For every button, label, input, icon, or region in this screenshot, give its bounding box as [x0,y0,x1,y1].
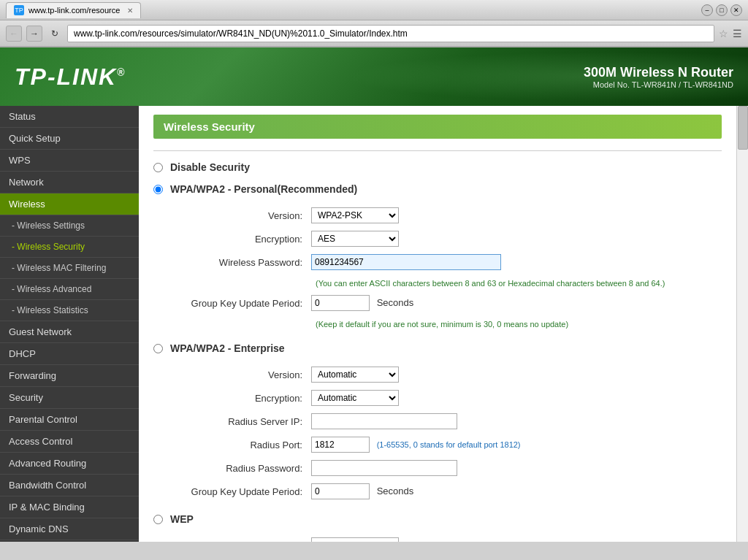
ent-version-label: Version: [175,363,307,386]
wpa-enterprise-title[interactable]: WPA/WPA2 - Enterprise [170,342,285,354]
ent-seconds-label: Seconds [377,486,414,496]
sidebar-item-wireless-settings[interactable]: - Wireless Settings [0,215,139,237]
version-label: Version: [175,204,307,227]
main-area: Status Quick Setup WPS Network Wireless … [0,106,748,542]
wep-radio[interactable] [153,515,163,524]
password-hint: (You can enter ASCII characters between … [316,279,739,288]
sidebar-item-wireless-security[interactable]: - Wireless Security [0,237,139,258]
disable-security-radio[interactable] [153,163,163,172]
ent-version-select[interactable]: Automatic WPA WPA2 [311,367,399,383]
ent-encryption-td: Automatic TKIP AES [307,386,744,410]
ent-group-key-row: Group Key Update Period: Seconds [175,480,744,503]
sidebar-item-wps[interactable]: WPS [0,150,139,172]
group-key-hint: (Keep it default if you are not sure, mi… [316,320,739,329]
wpa-enterprise-form: Version: Automatic WPA WPA2 Encryption: [175,363,744,503]
wep-radio-row: WEP [153,513,722,525]
minimize-button[interactable]: – [701,4,713,16]
ent-group-key-input[interactable] [311,483,370,499]
version-row: Version: Automatic WPA-PSK WPA2-PSK [175,204,744,227]
group-key-hint-td: (Keep it default if you are not sure, mi… [307,315,744,332]
sidebar-item-bandwidth-control[interactable]: Bandwidth Control [0,475,139,496]
sidebar-item-dynamic-dns[interactable]: Dynamic DNS [0,518,139,540]
maximize-button[interactable]: □ [716,4,728,16]
sidebar-item-network[interactable]: Network [0,172,139,193]
refresh-button[interactable]: ↻ [47,26,63,42]
browser-tab[interactable]: TP www.tp-link.com/resource ✕ [6,2,141,18]
menu-button[interactable]: ☰ [733,28,742,39]
radius-port-hint: (1-65535, 0 stands for default port 1812… [377,440,521,449]
radius-ip-row: Radius Server IP: [175,410,744,433]
sidebar-item-status[interactable]: Status [0,106,139,128]
password-hint-td: (You can enter ASCII characters between … [307,274,744,291]
back-button[interactable]: ← [6,26,22,42]
bookmark-button[interactable]: ☆ [719,28,728,39]
section-divider-top [153,150,722,151]
password-label: Wireless Password: [175,250,307,274]
wpa-personal-radio-row: WPA/WPA2 - Personal(Recommended) [153,183,722,195]
scrollbar-thumb[interactable] [738,106,748,150]
sidebar-item-parental-control[interactable]: Parental Control [0,409,139,431]
password-td [307,250,744,274]
radius-server-ip-input[interactable] [311,413,457,429]
wep-type-label: Type: [175,534,307,542]
browser-toolbar: ← → ↻ ☆ ☰ [0,20,748,47]
encryption-row: Encryption: Automatic TKIP AES [175,227,744,250]
ent-encryption-label: Encryption: [175,386,307,410]
wpa-enterprise-radio[interactable] [153,344,163,353]
sidebar-item-ip-mac-binding[interactable]: IP & MAC Binding [0,496,139,518]
address-bar[interactable] [67,25,714,42]
ent-encryption-select[interactable]: Automatic TKIP AES [311,390,399,406]
sidebar-item-security[interactable]: Security [0,387,139,409]
sidebar-item-quick-setup[interactable]: Quick Setup [0,128,139,150]
group-key-label: Group Key Update Period: [175,291,307,315]
tab-favicon: TP [14,5,24,15]
disable-security-row: Disable Security [153,161,722,173]
sidebar-item-advanced-routing[interactable]: Advanced Routing [0,453,139,475]
router-model-info: 300M Wireless N Router Model No. TL-WR84… [584,65,733,89]
sidebar-item-guest-network[interactable]: Guest Network [0,321,139,343]
sidebar-item-wireless-mac-filtering[interactable]: - Wireless MAC Filtering [0,258,139,279]
wep-section: WEP Type: Automatic Open System Shared K… [153,513,722,542]
router-name: 300M Wireless N Router [584,65,733,80]
wireless-password-input[interactable] [311,254,501,270]
sidebar-item-wireless[interactable]: Wireless [0,193,139,215]
radius-password-label: Radius Password: [175,456,307,480]
password-hint-row: (You can enter ASCII characters between … [175,274,744,291]
group-key-td: Seconds [307,291,744,315]
ent-encryption-row: Encryption: Automatic TKIP AES [175,386,744,410]
tp-link-logo: TP-LINK® [15,64,126,91]
wpa-personal-encryption-select[interactable]: Automatic TKIP AES [311,231,399,247]
wpa-personal-radio[interactable] [153,185,163,194]
wpa-personal-title[interactable]: WPA/WPA2 - Personal(Recommended) [170,183,357,195]
encryption-label: Encryption: [175,227,307,250]
group-key-row: Group Key Update Period: Seconds [175,291,744,315]
radius-password-input[interactable] [311,460,457,476]
close-button[interactable]: ✕ [730,4,742,16]
sidebar-item-forwarding[interactable]: Forwarding [0,365,139,387]
version-td: Automatic WPA-PSK WPA2-PSK [307,204,744,227]
wep-type-select[interactable]: Automatic Open System Shared Key [311,537,399,542]
tab-title: www.tp-link.com/resource [28,6,120,15]
tab-close-button[interactable]: ✕ [127,7,133,15]
page-wrapper: TP-LINK® 300M Wireless N Router Model No… [0,47,748,542]
sidebar-item-dhcp[interactable]: DHCP [0,343,139,365]
radius-port-row: Radius Port: (1-65535, 0 stands for defa… [175,433,744,456]
radius-port-input[interactable] [311,437,370,453]
window-controls: – □ ✕ [701,4,742,16]
radius-password-row: Radius Password: [175,456,744,480]
forward-button[interactable]: → [26,26,42,42]
wep-title[interactable]: WEP [170,513,194,525]
sidebar-item-access-control[interactable]: Access Control [0,431,139,453]
wpa-personal-version-select[interactable]: Automatic WPA-PSK WPA2-PSK [311,207,399,223]
encryption-td: Automatic TKIP AES [307,227,744,250]
group-key-input[interactable] [311,295,370,311]
content-area: Wireless Security Disable Security WPA/W… [139,106,748,542]
ent-group-key-td: Seconds [307,480,744,503]
browser-titlebar: TP www.tp-link.com/resource ✕ – □ ✕ [0,0,748,20]
sidebar-item-ipv6-support[interactable]: IPv6 Support [0,540,139,542]
scrollbar-track[interactable] [736,106,748,542]
ent-version-row: Version: Automatic WPA WPA2 [175,363,744,386]
disable-security-label[interactable]: Disable Security [170,161,250,173]
sidebar-item-wireless-statistics[interactable]: - Wireless Statistics [0,300,139,321]
sidebar-item-wireless-advanced[interactable]: - Wireless Advanced [0,279,139,300]
